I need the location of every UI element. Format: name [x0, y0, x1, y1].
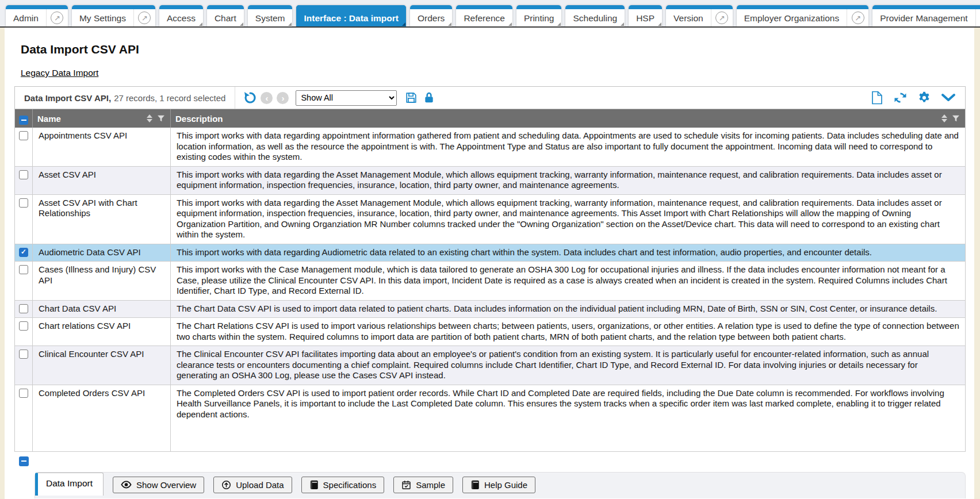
row-checkbox-cell	[15, 166, 33, 194]
button-specifications[interactable]: Specifications	[301, 477, 385, 493]
table-row[interactable]: Appointments CSV APIThis import works wi…	[15, 128, 966, 166]
row-name-cell: Chart relations CSV API	[33, 318, 171, 346]
refresh-icon[interactable]	[893, 91, 908, 105]
lock-icon[interactable]	[423, 91, 435, 104]
button-label: Show Overview	[136, 480, 196, 490]
dropdown-corner-icon	[448, 22, 451, 26]
name-column-label: Name	[37, 114, 147, 124]
table-row[interactable]: Audiometric Data CSV APIThis import work…	[15, 244, 966, 262]
select-all-checkbox[interactable]	[19, 116, 28, 125]
undo-icon[interactable]	[243, 91, 257, 105]
tab-provider-management[interactable]: Provider Management↗	[872, 5, 980, 26]
tab-orders[interactable]: Orders	[410, 5, 452, 26]
tab-admin[interactable]: Admin↗	[6, 5, 68, 26]
name-column-header[interactable]: Name	[33, 109, 171, 128]
button-label: Help Guide	[484, 480, 527, 490]
tab-label: Interface : Data import	[296, 5, 406, 26]
tab-version[interactable]: Version↗	[666, 5, 733, 26]
expand-chevron-icon[interactable]	[941, 92, 956, 103]
tab-scheduling[interactable]: Scheduling	[565, 5, 625, 26]
row-checkbox[interactable]	[19, 350, 28, 359]
tab-system[interactable]: System	[248, 5, 293, 26]
dropdown-corner-icon	[402, 22, 405, 26]
tab-label: System	[248, 5, 293, 26]
tab-label: Provider Management	[872, 5, 975, 26]
table-row[interactable]: Chart relations CSV APIThe Chart Relatio…	[15, 318, 966, 346]
row-checkbox-cell	[15, 385, 33, 451]
table-row[interactable]: Cases (Illness and Injury) CSV APIThis i…	[15, 262, 966, 301]
row-checkbox[interactable]	[19, 265, 28, 274]
prev-page-icon[interactable]: ‹	[261, 92, 273, 104]
external-link-circle: ↗	[51, 11, 63, 24]
row-checkbox[interactable]	[19, 131, 28, 140]
button-sample[interactable]: Sample	[393, 477, 453, 493]
tab-label: Version	[666, 5, 711, 26]
tab-interface-data-import[interactable]: Interface : Data import	[296, 5, 406, 26]
tab-label: Orders	[410, 5, 452, 26]
row-description-cell: This import works with data regarding th…	[171, 166, 966, 194]
external-link-circle: ↗	[715, 11, 728, 24]
row-checkbox[interactable]	[19, 321, 28, 331]
table-row[interactable]: Completed Orders CSV APIThe Completed Or…	[15, 385, 966, 451]
tab-data-import[interactable]: Data Import	[35, 473, 104, 496]
tab-employer-organizations[interactable]: Employer Organizations↗	[737, 5, 868, 26]
sort-icon[interactable]	[147, 114, 152, 122]
button-label: Specifications	[323, 480, 377, 490]
eye-icon	[121, 480, 132, 489]
row-checkbox-cell	[15, 244, 33, 262]
tab-label: Reference	[456, 5, 512, 26]
row-name-cell: Cases (Illness and Injury) CSV API	[33, 262, 171, 301]
sort-icon[interactable]	[941, 114, 947, 122]
tab-chart[interactable]: Chart	[207, 5, 244, 26]
table-row[interactable]: Clinical Encounter CSV APIThe Clinical E…	[15, 346, 966, 385]
settings-gear-icon[interactable]	[917, 91, 931, 105]
external-link-icon[interactable]: ↗	[847, 9, 868, 26]
legacy-data-import-link[interactable]: Legacy Data Import	[21, 68, 98, 78]
description-column-header[interactable]: Description	[171, 109, 966, 128]
calendar-check-icon	[401, 480, 411, 490]
next-page-icon[interactable]: ›	[277, 92, 289, 104]
external-link-icon[interactable]: ↗	[711, 9, 733, 26]
upload-icon	[221, 480, 231, 490]
filter-funnel-icon[interactable]	[156, 114, 166, 123]
row-description-cell: The Chart Relations CSV API is used to i…	[171, 318, 966, 346]
tab-reference[interactable]: Reference	[456, 5, 512, 26]
row-checkbox[interactable]	[19, 304, 28, 313]
filter-funnel-icon[interactable]	[951, 114, 960, 123]
tab-printing[interactable]: Printing	[516, 5, 562, 26]
grid-title: Data Import CSV API,	[24, 93, 111, 103]
row-checkbox[interactable]	[19, 248, 28, 257]
row-name-cell: Appointments CSV API	[33, 128, 171, 166]
button-show-overview[interactable]: Show Overview	[113, 477, 204, 493]
save-icon[interactable]	[405, 91, 418, 104]
tab-hsp[interactable]: HSP	[629, 5, 662, 26]
row-description-cell: The Completed Orders CSV API is used to …	[171, 385, 966, 451]
data-table: Name Description	[14, 109, 966, 452]
table-row[interactable]: Asset CSV APIThis import works with data…	[15, 166, 966, 194]
tab-label: Admin	[6, 5, 46, 26]
collapse-section-icon[interactable]	[19, 456, 29, 466]
row-description-cell: This import works with data regarding th…	[171, 194, 966, 244]
tab-access[interactable]: Access	[159, 5, 203, 26]
external-link-icon[interactable]: ↗	[975, 9, 980, 26]
table-row[interactable]: Asset CSV API with Chart RelationshipsTh…	[15, 194, 966, 244]
new-document-icon[interactable]	[871, 91, 883, 105]
tab-my-settings[interactable]: My Settings↗	[72, 5, 155, 26]
external-link-circle: ↗	[852, 11, 864, 24]
external-link-icon[interactable]: ↗	[133, 9, 155, 26]
main-content: Data Import CSV API Legacy Data Import D…	[0, 43, 980, 498]
book-icon	[470, 480, 480, 490]
button-upload-data[interactable]: Upload Data	[213, 477, 292, 493]
button-help-guide[interactable]: Help Guide	[462, 477, 535, 493]
description-column-label: Description	[175, 114, 941, 124]
row-checkbox-cell	[15, 262, 33, 301]
row-checkbox[interactable]	[19, 389, 28, 398]
table-row[interactable]: Chart Data CSV APIThe Chart Data CSV API…	[15, 300, 966, 318]
tab-label: HSP	[629, 5, 662, 26]
left-edge-strip	[0, 28, 5, 499]
row-checkbox-cell	[15, 128, 33, 166]
filter-select[interactable]: Show All	[296, 90, 397, 106]
row-checkbox[interactable]	[19, 170, 28, 179]
row-checkbox[interactable]	[19, 198, 28, 208]
external-link-icon[interactable]: ↗	[46, 9, 68, 26]
